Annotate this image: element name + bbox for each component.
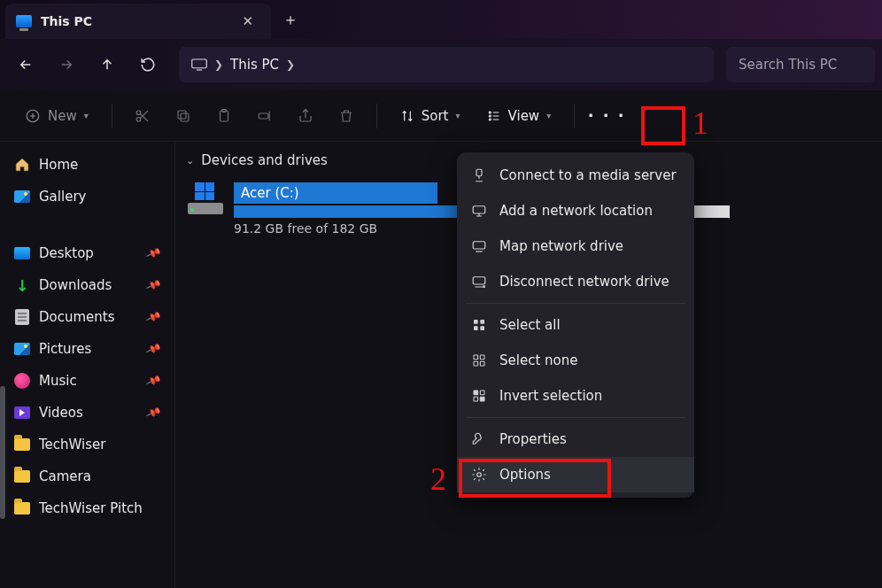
copy-button[interactable] — [166, 98, 201, 134]
menu-select-none[interactable]: Select none — [457, 343, 694, 378]
sidebar-item-label: Camera — [39, 468, 91, 484]
view-button[interactable]: View ▾ — [476, 98, 562, 134]
select-all-icon — [471, 317, 487, 333]
sidebar-item-videos[interactable]: Videos 📌 — [5, 397, 169, 429]
svg-rect-26 — [474, 397, 478, 401]
window-tab[interactable]: This PC ✕ — [5, 4, 271, 39]
titlebar: This PC ✕ ＋ — [0, 0, 882, 39]
chevron-down-icon: ⌄ — [186, 155, 194, 166]
this-pc-icon — [16, 15, 32, 27]
downloads-icon: ↓ — [14, 277, 30, 293]
svg-rect-14 — [473, 242, 485, 249]
svg-point-9 — [489, 112, 491, 113]
svg-rect-23 — [480, 361, 484, 366]
chevron-right-icon: ❯ — [214, 58, 223, 71]
svg-point-11 — [489, 119, 491, 120]
menu-invert-selection[interactable]: Invert selection — [457, 378, 694, 414]
menu-disconnect-network-drive[interactable]: Disconnect network drive — [457, 264, 694, 299]
delete-button[interactable] — [329, 98, 364, 134]
new-button[interactable]: New ▾ — [14, 98, 99, 134]
rename-button[interactable] — [247, 98, 282, 134]
sidebar-item-gallery[interactable]: Gallery — [5, 181, 169, 213]
svg-rect-27 — [480, 397, 484, 401]
svg-rect-15 — [473, 277, 485, 284]
menu-separator — [466, 303, 685, 304]
sidebar-item-desktop[interactable]: Desktop 📌 — [5, 237, 169, 269]
menu-separator — [466, 417, 685, 418]
trash-icon — [338, 108, 354, 124]
clipboard-icon — [216, 108, 232, 124]
chevron-right-icon: ❯ — [286, 58, 295, 71]
menu-connect-media-server[interactable]: Connect to a media server — [457, 158, 694, 193]
drive-icon — [188, 182, 223, 214]
rename-icon — [257, 108, 273, 124]
scrollbar-thumb[interactable] — [0, 386, 5, 519]
select-none-icon — [471, 352, 487, 368]
more-menu: Connect to a media server Add a network … — [457, 152, 694, 498]
address-bar[interactable]: ❯ This PC ❯ — [179, 47, 714, 82]
menu-properties[interactable]: Properties — [457, 422, 694, 457]
forward-button[interactable] — [48, 46, 85, 83]
svg-rect-24 — [474, 391, 478, 395]
sidebar-item-label: Music — [39, 373, 77, 389]
more-button[interactable]: · · · — [587, 98, 626, 134]
sidebar-item-documents[interactable]: Documents 📌 — [5, 301, 169, 333]
svg-rect-5 — [178, 111, 186, 119]
back-button[interactable] — [7, 46, 44, 83]
menu-select-all[interactable]: Select all — [457, 307, 694, 343]
sidebar-item-techwiser[interactable]: TechWiser — [5, 429, 169, 460]
sidebar-item-label: Home — [39, 157, 78, 173]
svg-rect-13 — [473, 206, 485, 213]
sidebar-item-pictures[interactable]: Pictures 📌 — [5, 333, 169, 365]
sidebar-item-home[interactable]: Home — [5, 149, 169, 181]
chevron-down-icon: ▾ — [456, 111, 460, 120]
share-button[interactable] — [288, 98, 323, 134]
sidebar-item-label: Downloads — [39, 277, 112, 293]
separator — [574, 104, 575, 128]
svg-rect-12 — [476, 169, 482, 176]
menu-label: Disconnect network drive — [499, 274, 669, 290]
up-button[interactable] — [89, 46, 126, 83]
menu-options[interactable]: Options — [457, 457, 694, 492]
drive-used-portion — [234, 205, 482, 218]
svg-rect-4 — [181, 113, 189, 121]
sidebar-item-label: Documents — [39, 309, 115, 325]
sidebar-item-label: TechWiser — [39, 437, 105, 453]
ellipsis-icon: · · · — [588, 106, 626, 125]
new-tab-button[interactable]: ＋ — [271, 0, 310, 39]
menu-label: Properties — [499, 431, 567, 447]
sidebar-item-music[interactable]: Music 📌 — [5, 365, 169, 397]
search-input[interactable]: Search This PC — [726, 47, 875, 82]
properties-icon — [471, 431, 487, 447]
separator — [376, 104, 377, 128]
svg-point-10 — [489, 115, 491, 117]
chevron-down-icon: ▾ — [546, 111, 551, 120]
menu-add-network-location[interactable]: Add a network location — [457, 193, 694, 228]
svg-rect-25 — [480, 391, 484, 395]
sidebar-item-label: Desktop — [39, 245, 94, 261]
view-label: View — [508, 108, 540, 124]
sidebar-item-downloads[interactable]: ↓ Downloads 📌 — [5, 269, 169, 301]
close-tab-button[interactable]: ✕ — [236, 10, 259, 33]
scissors-icon — [135, 108, 151, 124]
svg-point-28 — [477, 473, 482, 477]
content: Home Gallery Desktop 📌 ↓ Downloads 📌 Doc… — [0, 142, 882, 588]
sidebar-item-camera[interactable]: Camera — [5, 460, 169, 492]
menu-map-network-drive[interactable]: Map network drive — [457, 228, 694, 264]
sidebar-item-techwiser-pitch[interactable]: TechWiser Pitch — [5, 492, 169, 524]
sort-button[interactable]: Sort ▾ — [390, 98, 471, 134]
svg-rect-16 — [474, 320, 478, 324]
paste-button[interactable] — [206, 98, 242, 134]
tab-title: This PC — [41, 14, 228, 28]
sort-icon — [400, 109, 414, 123]
address-segment[interactable]: This PC — [230, 57, 279, 73]
refresh-button[interactable] — [129, 46, 166, 83]
pin-icon: 📌 — [145, 405, 162, 421]
svg-rect-19 — [480, 326, 484, 330]
cut-button[interactable] — [125, 98, 160, 134]
toolbar: New ▾ Sort ▾ View ▾ · · · — [0, 90, 882, 142]
svg-rect-0 — [192, 59, 207, 68]
svg-rect-8 — [259, 113, 268, 119]
plus-circle-icon — [25, 108, 41, 124]
svg-rect-20 — [474, 355, 478, 360]
